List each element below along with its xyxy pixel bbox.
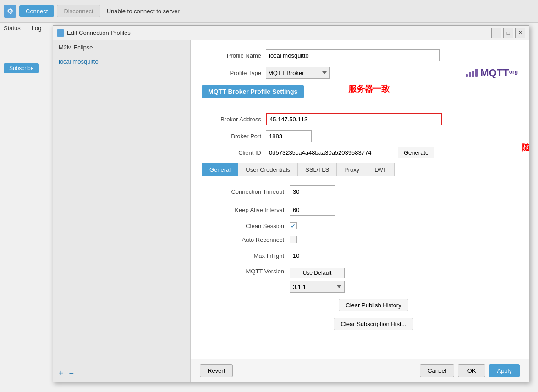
dialog-body: M2M Eclipse local mosquitto + − Profile … xyxy=(53,40,529,382)
keep-alive-row: Keep Alive Interval xyxy=(211,204,518,216)
profile-name-label: Profile Name xyxy=(202,52,261,59)
profile-type-row: Profile Type MQTT Broker MQTTor xyxy=(202,67,518,79)
tab-user-credentials[interactable]: User Credentials xyxy=(238,163,298,176)
clean-session-label: Clean Session xyxy=(211,223,284,229)
general-settings: Connection Timeout Keep Alive Interval C… xyxy=(202,185,518,330)
connect-button[interactable]: Connect xyxy=(19,5,54,17)
log-link[interactable]: Log xyxy=(32,25,42,32)
broker-port-input[interactable] xyxy=(266,130,312,142)
tabs-row: General User Credentials SSL/TLS Proxy L… xyxy=(202,163,518,176)
broker-address-row: Broker Address xyxy=(202,113,518,125)
connection-list-footer: + − xyxy=(53,365,190,382)
max-inflight-row: Max Inflight xyxy=(211,250,518,261)
broker-address-wrapper xyxy=(266,113,442,125)
dialog-icon xyxy=(57,29,64,37)
dialog-title: Edit Connection Profiles xyxy=(67,29,489,36)
clean-session-row: Clean Session ✓ xyxy=(211,222,518,229)
remove-connection-button[interactable]: − xyxy=(69,369,74,377)
mqtt-version-controls: Use Default 3.1.1 3.1 5.0 xyxy=(290,268,345,293)
mqtt-signal-bars xyxy=(466,69,478,77)
profile-name-input[interactable] xyxy=(266,49,440,61)
keep-alive-input[interactable] xyxy=(290,204,335,216)
max-inflight-input[interactable] xyxy=(290,250,335,261)
disconnect-button[interactable]: Disconnect xyxy=(57,5,100,17)
section-header-row: MQTT Broker Profile Settings 服务器一致 xyxy=(202,85,518,105)
annotation-server: 服务器一致 xyxy=(348,83,390,94)
clean-session-checkmark: ✓ xyxy=(291,223,296,229)
toolbar: ⚙ Connect Disconnect Unable to connect t… xyxy=(0,0,538,23)
client-id-row: Client ID Generate 随机生成 xyxy=(202,147,518,158)
client-id-label: Client ID xyxy=(202,149,261,156)
toolbar-status: Unable to connect to server xyxy=(107,8,180,15)
connection-timeout-input[interactable] xyxy=(290,185,335,197)
signal-bar-4 xyxy=(475,69,478,77)
connection-timeout-row: Connection Timeout xyxy=(211,185,518,197)
broker-address-label: Broker Address xyxy=(202,116,261,123)
mqtt-version-row: MQTT Version Use Default 3.1.1 3.1 5.0 xyxy=(211,268,518,293)
clean-session-checkbox[interactable]: ✓ xyxy=(290,222,297,229)
gear-icon: ⚙ xyxy=(7,7,13,16)
connection-timeout-label: Connection Timeout xyxy=(211,188,284,195)
version-select[interactable]: 3.1.1 3.1 5.0 xyxy=(290,281,345,293)
tab-ssl-tls[interactable]: SSL/TLS xyxy=(298,163,337,176)
tab-lwt[interactable]: LWT xyxy=(367,163,394,176)
connection-item-m2m[interactable]: M2M Eclipse xyxy=(53,40,190,54)
maximize-button[interactable]: □ xyxy=(503,28,513,38)
annotation-random: 随机生成 xyxy=(522,142,529,153)
mqtt-logo-text: MQTTorg xyxy=(480,67,518,79)
broker-address-input[interactable] xyxy=(267,114,441,125)
window-controls: ─ □ ✕ xyxy=(491,28,525,38)
footer-right: Cancel OK Apply xyxy=(420,364,520,377)
use-default-button[interactable]: Use Default xyxy=(290,268,345,278)
client-id-input[interactable] xyxy=(266,147,394,158)
revert-button[interactable]: Revert xyxy=(200,364,233,377)
mqtt-version-label: MQTT Version xyxy=(211,268,284,275)
subscribe-button[interactable]: Subscribe xyxy=(4,63,39,73)
close-button[interactable]: ✕ xyxy=(515,28,525,38)
broker-port-row: Broker Port xyxy=(202,130,518,142)
gear-button[interactable]: ⚙ xyxy=(4,5,16,18)
auto-reconnect-label: Auto Reconnect xyxy=(211,236,284,243)
profile-type-select[interactable]: MQTT Broker xyxy=(266,67,330,79)
tab-proxy[interactable]: Proxy xyxy=(337,163,367,176)
profile-type-label: Profile Type xyxy=(202,70,261,76)
cancel-button[interactable]: Cancel xyxy=(420,364,454,377)
signal-bar-3 xyxy=(472,71,474,77)
profile-name-row: Profile Name xyxy=(202,49,518,61)
dialog-titlebar: Edit Connection Profiles ─ □ ✕ xyxy=(53,26,529,40)
auto-reconnect-checkbox[interactable] xyxy=(290,236,297,243)
dialog-footer: Revert Cancel OK Apply xyxy=(191,359,529,382)
tab-general[interactable]: General xyxy=(202,163,238,176)
clear-publish-button[interactable]: Clear Publish History xyxy=(339,299,408,311)
mqtt-logo: MQTTorg xyxy=(466,67,518,79)
section-header: MQTT Broker Profile Settings xyxy=(202,85,304,98)
add-connection-button[interactable]: + xyxy=(59,369,64,377)
version-select-row: 3.1.1 3.1 5.0 xyxy=(290,281,345,293)
apply-button[interactable]: Apply xyxy=(489,364,520,377)
signal-bar-1 xyxy=(466,74,468,77)
auto-reconnect-row: Auto Reconnect xyxy=(211,236,518,243)
minimize-button[interactable]: ─ xyxy=(491,28,501,38)
max-inflight-label: Max Inflight xyxy=(211,252,284,259)
broker-port-label: Broker Port xyxy=(202,133,261,140)
clear-subscription-button[interactable]: Clear Subscription Hist... xyxy=(334,318,413,330)
generate-button[interactable]: Generate xyxy=(398,147,434,158)
signal-bar-2 xyxy=(469,72,471,77)
connection-item-local[interactable]: local mosquitto xyxy=(53,54,190,69)
clear-subscription-row: Clear Subscription Hist... xyxy=(229,318,518,330)
keep-alive-label: Keep Alive Interval xyxy=(211,207,284,213)
profile-panel-inner: Profile Name Profile Type MQTT Broker xyxy=(191,40,529,382)
profile-settings-panel: Profile Name Profile Type MQTT Broker xyxy=(191,40,529,382)
status-link[interactable]: Status xyxy=(4,25,21,32)
connection-list-panel: M2M Eclipse local mosquitto + − xyxy=(53,40,191,382)
ok-button[interactable]: OK xyxy=(458,364,486,377)
clear-publish-row: Clear Publish History xyxy=(229,299,518,311)
edit-connection-profiles-dialog: Edit Connection Profiles ─ □ ✕ M2M Eclip… xyxy=(53,25,529,382)
